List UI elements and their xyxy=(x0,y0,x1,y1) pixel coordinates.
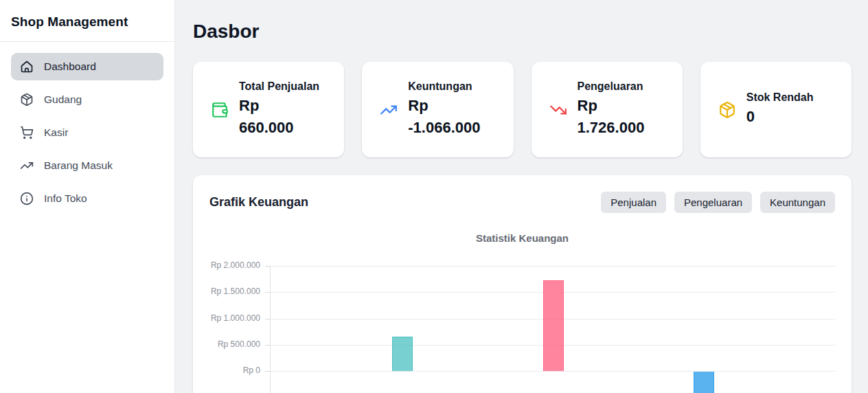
sidebar-item-info-toko[interactable]: Info Toko xyxy=(11,185,163,212)
sidebar-item-label: Kasir xyxy=(44,126,68,139)
stat-card-value: Rp -1.066.000 xyxy=(408,95,480,139)
sidebar-item-dashboard[interactable]: Dashboard xyxy=(11,53,163,80)
stat-card-stok-rendah: Stok Rendah0 xyxy=(700,62,852,157)
chart-filter-penjualan[interactable]: Penjualan xyxy=(601,192,666,213)
chart-bar-keuntungan[interactable] xyxy=(694,372,714,393)
chart-card: Grafik Keuangan PenjualanPengeluaranKeun… xyxy=(193,175,852,393)
sidebar-item-barang-masuk[interactable]: Barang Masuk xyxy=(11,152,163,179)
stat-card-info: Total PenjualanRp 660.000 xyxy=(239,80,319,139)
main-content: Dasbor Total PenjualanRp 660.000Keuntung… xyxy=(175,0,868,393)
stat-card-label: Pengeluaran xyxy=(578,80,645,93)
stat-card-info: PengeluaranRp 1.726.000 xyxy=(578,80,645,139)
stat-card-value: 0 xyxy=(746,106,755,128)
home-icon xyxy=(20,60,34,74)
sidebar-item-label: Barang Masuk xyxy=(44,159,113,172)
chart[interactable]: Rp 2.000.000Rp 1.500.000Rp 1.000.000Rp 5… xyxy=(209,266,835,393)
sidebar-item-label: Gudang xyxy=(44,93,82,106)
chart-tick-label: Rp 1.000.000 xyxy=(209,313,260,323)
stat-card-value: Rp 1.726.000 xyxy=(578,95,645,139)
trending-up-icon xyxy=(380,101,398,119)
sidebar-item-label: Info Toko xyxy=(44,192,87,205)
sidebar: Shop Management DashboardGudangKasirBara… xyxy=(0,0,175,393)
chart-tick-label: Rp 1.500.000 xyxy=(209,287,260,296)
chart-title: Statistik Keuangan xyxy=(209,232,835,244)
trending-up-icon xyxy=(20,159,34,172)
sidebar-item-label: Dashboard xyxy=(44,60,96,73)
stat-card-info: KeuntunganRp -1.066.000 xyxy=(408,80,480,139)
chart-filter-buttons: PenjualanPengeluaranKeuntungan xyxy=(601,192,835,213)
chart-plot-area xyxy=(271,266,835,393)
stat-cards-row: Total PenjualanRp 660.000KeuntunganRp -1… xyxy=(193,62,852,157)
info-icon xyxy=(20,192,34,205)
sidebar-item-gudang[interactable]: Gudang xyxy=(11,86,163,113)
chart-filter-pengeluaran[interactable]: Pengeluaran xyxy=(674,192,752,213)
page-title: Dasbor xyxy=(193,21,852,43)
chart-tick xyxy=(265,345,270,346)
chart-tick xyxy=(265,266,270,267)
stat-card-label: Keuntungan xyxy=(408,80,480,93)
chart-card-header: Grafik Keuangan PenjualanPengeluaranKeun… xyxy=(209,192,835,213)
chart-card-title: Grafik Keuangan xyxy=(209,195,308,210)
stat-card-info: Stok Rendah0 xyxy=(746,91,814,128)
chart-tick-label: Rp 2.000.000 xyxy=(209,260,260,270)
wallet-icon xyxy=(211,101,229,119)
stat-card-pengeluaran: PengeluaranRp 1.726.000 xyxy=(532,62,683,157)
package-icon xyxy=(20,93,34,106)
chart-tick-label: Rp 0 xyxy=(209,366,260,375)
chart-tick xyxy=(265,371,270,372)
shopping-cart-icon xyxy=(20,126,34,139)
app-window: Shop Management DashboardGudangKasirBara… xyxy=(0,0,868,393)
stat-card-total-penjualan: Total PenjualanRp 660.000 xyxy=(193,62,344,157)
chart-bar-penjualan[interactable] xyxy=(392,337,413,371)
stat-card-label: Stok Rendah xyxy=(746,91,814,104)
package-icon xyxy=(718,101,736,119)
chart-tick xyxy=(265,292,270,293)
sidebar-nav: DashboardGudangKasirBarang MasukInfo Tok… xyxy=(0,42,174,223)
stat-card-value: Rp 660.000 xyxy=(239,95,294,139)
chart-bar-pengeluaran[interactable] xyxy=(543,280,564,371)
sidebar-item-kasir[interactable]: Kasir xyxy=(11,119,163,146)
app-title: Shop Management xyxy=(0,0,174,41)
stat-card-label: Total Penjualan xyxy=(239,80,319,93)
trending-down-icon xyxy=(549,101,567,119)
chart-tick xyxy=(265,319,270,319)
chart-filter-keuntungan[interactable]: Keuntungan xyxy=(760,192,835,213)
chart-tick-label: Rp 500.000 xyxy=(209,339,260,349)
stat-card-keuntungan: KeuntunganRp -1.066.000 xyxy=(362,62,513,157)
